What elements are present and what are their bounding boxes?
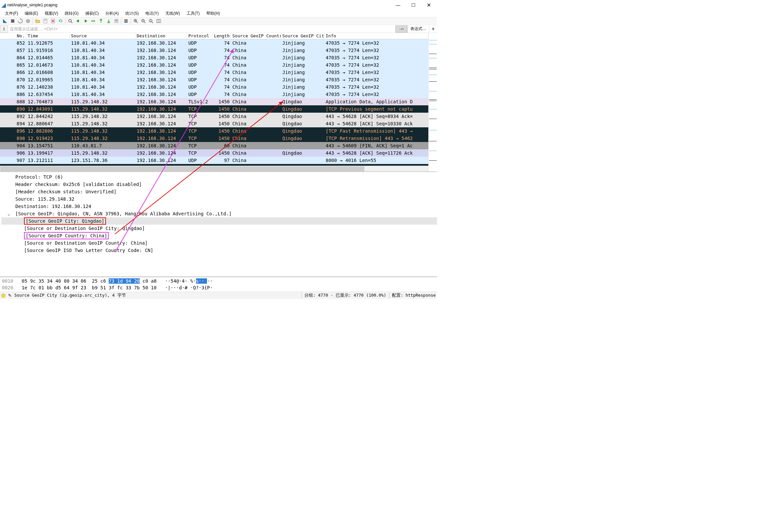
svg-point-7 bbox=[69, 19, 71, 22]
status-profile[interactable]: 配置: httpResponse bbox=[392, 293, 436, 298]
col-header-no[interactable]: No. bbox=[0, 33, 26, 39]
detail-line[interactable]: [Source or Destination GeoIP Country: Ch… bbox=[1, 239, 437, 247]
menu-go[interactable]: 跳转(G) bbox=[62, 10, 81, 17]
table-row[interactable]: 88812.764873115.29.148.32192.168.30.124T… bbox=[0, 98, 428, 105]
detail-line[interactable]: Header checksum: 0x25c6 [validation disa… bbox=[1, 181, 437, 188]
table-row[interactable]: 87612.140238110.81.40.34192.168.30.124UD… bbox=[0, 83, 428, 91]
go-forward-icon[interactable] bbox=[82, 17, 89, 25]
window-title: netAnalyse_simple1.pcapng bbox=[7, 3, 390, 7]
zoom-out-icon[interactable] bbox=[140, 17, 147, 25]
table-row[interactable]: 89812.919423115.29.148.32192.168.30.124T… bbox=[0, 135, 428, 142]
add-filter-button[interactable]: + bbox=[429, 25, 437, 33]
go-to-packet-icon[interactable] bbox=[90, 17, 97, 25]
table-row[interactable]: 90413.154751110.43.81.7192.168.30.124TCP… bbox=[0, 142, 428, 149]
zoom-reset-icon[interactable]: 1 bbox=[147, 17, 155, 25]
apply-filter-button[interactable]: ➝▾ bbox=[395, 25, 407, 33]
table-row[interactable]: 91313.278243115.29.148.32192.168.30.124T… bbox=[0, 164, 428, 166]
detail-line[interactable]: [Source GeoIP ISO Two Letter Country Cod… bbox=[1, 247, 437, 254]
table-row[interactable]: 88612.637454110.81.40.34192.168.30.124UD… bbox=[0, 91, 428, 98]
app-icon: ◢ bbox=[1, 1, 6, 9]
open-file-icon[interactable] bbox=[34, 17, 41, 25]
edit-icon[interactable]: ✎ bbox=[8, 293, 12, 298]
menu-edit[interactable]: 编辑(E) bbox=[22, 10, 41, 17]
detail-line[interactable]: Source: 115.29.148.32 bbox=[1, 195, 437, 203]
close-file-icon[interactable] bbox=[49, 17, 57, 25]
separator-icon bbox=[33, 18, 33, 24]
auto-scroll-icon[interactable] bbox=[113, 17, 120, 25]
toolbar: 1 bbox=[0, 17, 437, 25]
display-filter-input[interactable] bbox=[8, 25, 395, 33]
col-header-length[interactable]: Length bbox=[213, 33, 231, 39]
close-button[interactable]: ✕ bbox=[421, 0, 436, 10]
menubar: 文件(F) 编辑(E) 视图(V) 跳转(G) 捕获(C) 分析(A) 统计(S… bbox=[0, 10, 437, 17]
packet-minimap[interactable] bbox=[428, 33, 437, 171]
table-row[interactable]: 90713.212111123.151.78.36192.168.30.124U… bbox=[0, 157, 428, 164]
filter-bar: ▯ ➝▾ 表达式… + bbox=[0, 25, 437, 33]
colorize-icon[interactable] bbox=[122, 17, 130, 25]
go-first-icon[interactable] bbox=[97, 17, 105, 25]
svg-rect-14 bbox=[124, 22, 128, 23]
resize-columns-icon[interactable] bbox=[155, 17, 162, 25]
status-bar: ✎ Source GeoIP City (ip.geoip.src_city),… bbox=[0, 292, 437, 299]
col-header-info[interactable]: Info bbox=[324, 33, 428, 39]
menu-help[interactable]: 帮助(H) bbox=[203, 10, 223, 17]
capture-options-icon[interactable] bbox=[24, 17, 32, 25]
menu-telephony[interactable]: 电话(Y) bbox=[142, 10, 162, 17]
table-row[interactable]: 89212.844242115.29.148.32192.168.30.124T… bbox=[0, 113, 428, 120]
hex-dump[interactable]: 0010 05 9c 35 34 40 00 34 06 25 c6 73 1d… bbox=[0, 277, 437, 292]
expression-button[interactable]: 表达式… bbox=[407, 25, 429, 33]
detail-line[interactable]: Destination: 192.168.30.124 bbox=[1, 203, 437, 210]
separator-icon bbox=[121, 18, 121, 24]
col-header-geoip-city[interactable]: Source GeoIP City bbox=[281, 33, 324, 39]
menu-view[interactable]: 视图(V) bbox=[42, 10, 61, 17]
col-header-geoip-country[interactable]: Source GeoIP Country bbox=[231, 33, 281, 39]
bookmark-filter-icon[interactable]: ▯ bbox=[0, 25, 8, 33]
find-packet-icon[interactable] bbox=[67, 17, 74, 25]
col-header-protocol[interactable]: Protocol bbox=[187, 33, 213, 39]
packet-detail-tree[interactable]: Protocol: TCP (6) Header checksum: 0x25c… bbox=[0, 172, 437, 277]
svg-text:1: 1 bbox=[150, 20, 151, 22]
svg-rect-9 bbox=[100, 19, 102, 20]
detail-line-expandable[interactable]: [Source GeoIP: Qingdao, CN, ASN 37963, H… bbox=[1, 210, 437, 217]
table-row[interactable]: 90613.199417115.29.148.32192.168.30.124T… bbox=[0, 149, 428, 157]
start-capture-icon[interactable] bbox=[1, 17, 9, 25]
menu-statistics[interactable]: 统计(S) bbox=[122, 10, 142, 17]
menu-wireless[interactable]: 无线(W) bbox=[162, 10, 183, 17]
go-last-icon[interactable] bbox=[105, 17, 112, 25]
go-back-icon[interactable] bbox=[74, 17, 82, 25]
reload-file-icon[interactable] bbox=[57, 17, 64, 25]
detail-line[interactable]: [Header checksum status: Unverified] bbox=[1, 188, 437, 195]
maximize-button[interactable]: ☐ bbox=[406, 0, 421, 10]
table-row[interactable]: 89012.843091115.29.148.32192.168.30.124T… bbox=[0, 105, 428, 113]
horizontal-scrollbar[interactable] bbox=[0, 166, 428, 171]
detail-line[interactable]: [Source or Destination GeoIP City: Qingd… bbox=[1, 225, 437, 232]
packet-list[interactable]: No. Time Source Destination Protocol Len… bbox=[0, 33, 428, 171]
table-row[interactable]: 86612.016608110.81.40.34192.168.30.124UD… bbox=[0, 69, 428, 76]
table-row[interactable]: 89612.882806115.29.148.32192.168.30.124T… bbox=[0, 127, 428, 135]
stop-capture-icon[interactable] bbox=[9, 17, 16, 25]
menu-tools[interactable]: 工具(T) bbox=[184, 10, 203, 17]
svg-rect-5 bbox=[44, 20, 46, 21]
table-row[interactable]: 89412.880647115.29.148.32192.168.30.124T… bbox=[0, 120, 428, 127]
table-row[interactable]: 86412.014465110.81.40.34192.168.30.124UD… bbox=[0, 54, 428, 61]
menu-capture[interactable]: 捕获(C) bbox=[82, 10, 102, 17]
svg-rect-12 bbox=[124, 19, 128, 20]
table-row[interactable]: 85211.912675110.81.40.34192.168.30.124UD… bbox=[0, 39, 428, 47]
col-header-source[interactable]: Source bbox=[70, 33, 135, 39]
detail-geoip-country[interactable]: [Source GeoIP Country: China] bbox=[1, 232, 437, 239]
menu-file[interactable]: 文件(F) bbox=[2, 10, 21, 17]
zoom-in-icon[interactable] bbox=[132, 17, 139, 25]
detail-geoip-city[interactable]: [Source GeoIP City: Qingdao] bbox=[1, 217, 437, 225]
minimize-button[interactable]: — bbox=[390, 0, 406, 10]
col-header-destination[interactable]: Destination bbox=[135, 33, 187, 39]
table-row[interactable]: 85711.915916110.81.40.34192.168.30.124UD… bbox=[0, 47, 428, 54]
menu-analyze[interactable]: 分析(A) bbox=[102, 10, 122, 17]
detail-line[interactable]: Protocol: TCP (6) bbox=[1, 173, 437, 181]
packet-list-header[interactable]: No. Time Source Destination Protocol Len… bbox=[0, 33, 428, 39]
save-file-icon[interactable] bbox=[42, 17, 49, 25]
restart-capture-icon[interactable] bbox=[17, 17, 24, 25]
table-row[interactable]: 86512.014673110.81.40.34192.168.30.124UD… bbox=[0, 61, 428, 69]
expert-info-icon[interactable] bbox=[1, 294, 5, 298]
table-row[interactable]: 87012.019965110.81.40.34192.168.30.124UD… bbox=[0, 76, 428, 83]
col-header-time[interactable]: Time bbox=[26, 33, 70, 39]
